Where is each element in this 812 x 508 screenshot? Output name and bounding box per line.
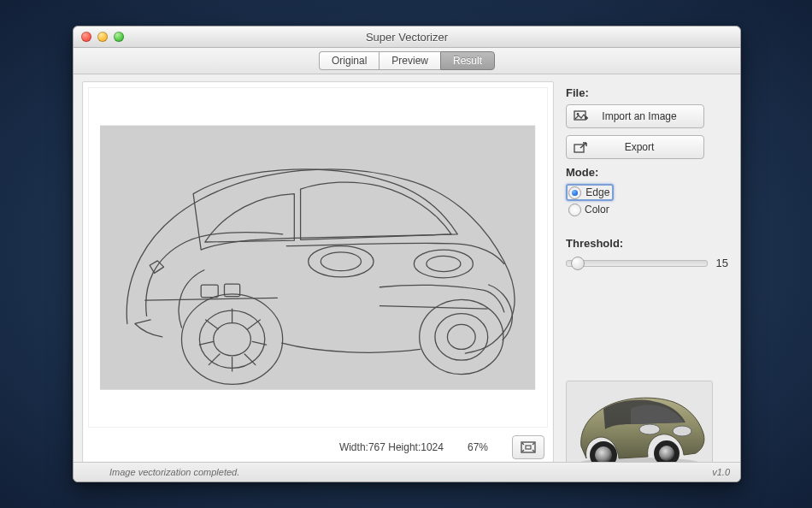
- radio-color[interactable]: [568, 204, 581, 216]
- close-icon[interactable]: [81, 32, 91, 42]
- toolbar: Original Preview Result: [74, 48, 740, 74]
- traffic-lights: [81, 32, 124, 42]
- canvas-footer: Width:767 Height:1024 67%: [83, 433, 553, 462]
- version-label: v1.0: [712, 467, 730, 477]
- threshold-slider-row: 15: [566, 257, 728, 269]
- app-window: Super Vectorizer Original Preview Result: [73, 26, 741, 482]
- tab-preview[interactable]: Preview: [379, 51, 440, 70]
- original-thumbnail[interactable]: [566, 381, 713, 475]
- fit-to-screen-button[interactable]: [512, 435, 544, 459]
- mode-color-row[interactable]: Color: [568, 201, 728, 218]
- tab-original[interactable]: Original: [319, 51, 379, 70]
- export-button[interactable]: Export: [566, 135, 704, 159]
- content-area: Width:767 Height:1024 67% File:: [74, 74, 740, 464]
- export-label: Export: [591, 141, 703, 153]
- svg-point-33: [659, 446, 674, 461]
- import-image-button[interactable]: Import an Image: [566, 104, 704, 128]
- threshold-value: 15: [716, 257, 728, 269]
- slider-thumb[interactable]: [571, 257, 585, 270]
- titlebar[interactable]: Super Vectorizer: [74, 27, 740, 48]
- vector-result-image: [100, 105, 535, 410]
- threshold-section-label: Threshold:: [566, 237, 728, 250]
- mode-edge-label: Edge: [585, 186, 609, 198]
- svg-point-28: [639, 424, 660, 434]
- canvas-viewport[interactable]: [88, 87, 548, 428]
- window-title: Super Vectorizer: [74, 31, 740, 44]
- fit-screen-icon: [521, 441, 536, 453]
- file-section-label: File:: [566, 86, 728, 99]
- side-panel: File: Import an Image Export Mode: Edge: [559, 74, 740, 464]
- export-icon: [572, 141, 591, 153]
- canvas-surface: Width:767 Height:1024 67%: [82, 81, 554, 463]
- zoom-label: 67%: [468, 441, 488, 453]
- import-label: Import an Image: [591, 110, 703, 122]
- minimize-icon[interactable]: [97, 32, 108, 42]
- mode-section-label: Mode:: [566, 166, 728, 179]
- svg-point-31: [595, 446, 612, 464]
- status-bar: Image vectorization completed. v1.0: [74, 462, 740, 481]
- mode-edge-row[interactable]: Edge: [566, 184, 728, 201]
- zoom-icon[interactable]: [114, 32, 124, 42]
- view-segmented-control: Original Preview Result: [319, 51, 495, 70]
- canvas-pane: Width:767 Height:1024 67%: [74, 74, 559, 464]
- svg-rect-22: [526, 446, 531, 449]
- tab-result[interactable]: Result: [440, 51, 495, 70]
- import-image-icon: [572, 110, 591, 122]
- dimensions-label: Width:767 Height:1024: [339, 441, 444, 453]
- mode-color-label: Color: [585, 204, 609, 216]
- thumbnail-image: [571, 385, 708, 470]
- svg-point-29: [673, 426, 691, 436]
- radio-edge[interactable]: [568, 186, 581, 199]
- threshold-slider[interactable]: [566, 260, 708, 267]
- status-message: Image vectorization completed.: [109, 467, 239, 477]
